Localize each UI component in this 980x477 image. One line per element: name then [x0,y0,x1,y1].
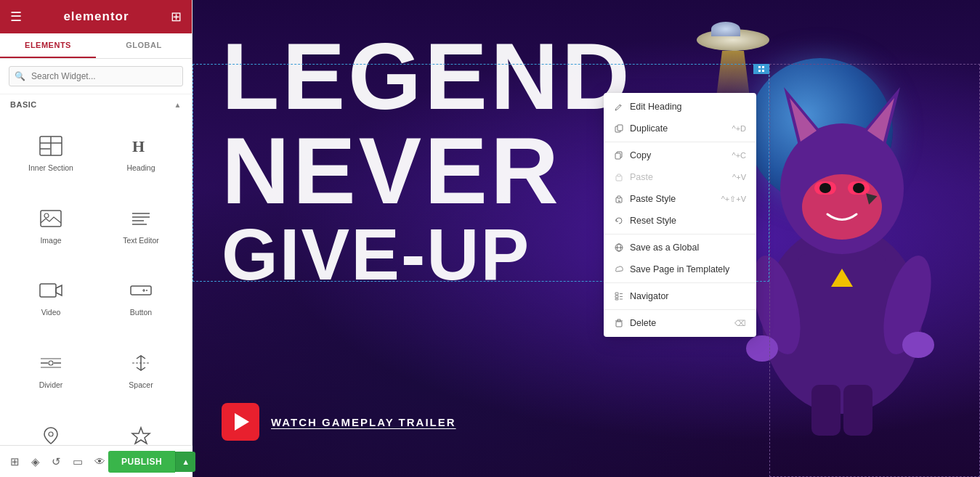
hero-line3: GIVE-UP [222,218,980,290]
hero-text: LEGEND NEVER GIVE-UP [193,29,980,290]
context-menu-paste-style[interactable]: Paste Style ^+⇧+V [604,188,756,210]
context-menu-navigator[interactable]: Navigator [604,285,756,307]
widget-text-editor-label: Text Editor [123,236,159,245]
context-divider-1 [604,142,756,142]
widget-image[interactable]: Image [6,187,96,260]
sidebar-tabs: ELEMENTS GLOBAL [0,33,192,59]
reset-icon [614,216,624,226]
history-icon[interactable]: ↺ [49,452,64,471]
preview-icon[interactable]: 👁 [92,452,108,470]
search-icon: 🔍 [15,71,25,81]
svg-point-38 [902,332,934,358]
context-menu-save-page[interactable]: Save Page in Templately [604,258,756,280]
globe-icon [614,242,624,253]
context-menu-edit-heading[interactable]: Edit Heading [604,96,756,118]
svg-rect-51 [617,174,620,176]
widget-divider-label: Divider [39,380,63,389]
button-icon [128,277,154,303]
context-menu: Edit Heading Duplicate ^+D Copy ^+C [604,93,756,337]
responsive-icon[interactable]: ▭ [70,452,86,471]
main-canvas[interactable]: LEGEND NEVER GIVE-UP WATCH GAMEPLAY TRAI… [193,0,980,477]
svg-rect-63 [616,322,622,327]
svg-point-13 [146,290,147,291]
widget-text-editor[interactable]: Text Editor [96,187,186,260]
paste-icon [614,172,624,182]
widget-divider[interactable]: Divider [6,332,96,404]
copy-icon [614,150,624,160]
inner-section-icon [38,133,64,159]
svg-text:H: H [132,137,145,155]
svg-rect-11 [40,284,56,297]
chevron-down-icon: ▲ [174,101,182,109]
text-editor-icon [128,205,154,232]
svg-rect-49 [615,153,620,159]
svg-rect-12 [131,286,151,295]
svg-rect-53 [617,196,620,198]
svg-point-21 [49,432,53,436]
section-label[interactable]: BASIC ▲ [0,94,192,115]
svg-point-6 [44,213,49,218]
svg-rect-39 [811,385,841,436]
context-menu-duplicate[interactable]: Duplicate ^+D [604,118,756,139]
widget-inner-section-label: Inner Section [28,163,73,172]
widget-spacer[interactable]: Spacer [96,332,186,404]
duplicate-icon [614,123,624,134]
cloud-icon [614,264,624,274]
svg-rect-5 [41,211,61,227]
hero-line1: LEGEND [222,29,980,123]
tab-global[interactable]: GLOBAL [96,33,192,58]
bottom-bar: ⊞ ◈ ↺ ▭ 👁 PUBLISH ▲ [0,445,193,477]
context-menu-copy[interactable]: Copy ^+C [604,144,756,166]
play-triangle-icon [235,413,249,431]
widgets-grid: Inner Section H Heading Image [0,115,192,477]
context-menu-paste: Paste ^+V [604,166,756,188]
search-input[interactable] [9,66,183,86]
svg-point-16 [49,361,53,365]
widget-inner-section[interactable]: Inner Section [6,115,96,187]
publish-arrow-button[interactable]: ▲ [175,452,195,472]
trailer-text[interactable]: WATCH GAMEPLAY TRAILER [271,416,456,428]
navigator-icon [614,291,624,301]
publish-button[interactable]: PUBLISH [108,451,175,473]
widget-heading-label: Heading [126,163,155,172]
tab-elements[interactable]: ELEMENTS [0,33,96,58]
hamburger-icon[interactable]: ☰ [10,9,22,25]
publish-btn-wrap: PUBLISH ▲ [108,451,195,473]
grid-icon[interactable]: ⊞ [171,9,182,25]
context-menu-reset-style[interactable]: Reset Style [604,210,756,232]
svg-rect-47 [617,125,623,131]
pencil-icon [614,102,624,112]
context-menu-delete[interactable]: Delete ⌫ [604,312,756,334]
widget-video[interactable]: Video [6,260,96,333]
paste-style-icon [614,194,624,204]
context-divider-3 [604,282,756,283]
trash-icon [614,318,624,328]
widget-video-label: Video [41,308,61,317]
layers-icon[interactable]: ⊞ [7,452,23,471]
spacer-icon [128,350,154,376]
bottom-icons: ⊞ ◈ ↺ ▭ 👁 [7,452,108,471]
context-menu-save-global[interactable]: Save as a Global [604,237,756,258]
svg-point-37 [746,335,778,362]
image-icon [38,205,64,232]
video-icon [38,277,64,303]
svg-rect-59 [615,298,618,300]
play-button[interactable] [222,403,259,441]
widget-button[interactable]: Button [96,260,186,333]
sidebar: ☰ elementor ⊞ ELEMENTS GLOBAL 🔍 BASIC ▲ [0,0,193,477]
divider-icon [38,350,64,376]
widget-image-label: Image [40,236,61,245]
widget-spacer-label: Spacer [129,380,153,389]
trailer-row: WATCH GAMEPLAY TRAILER [222,403,456,441]
theme-icon[interactable]: ◈ [28,452,43,471]
elementor-logo: elementor [63,9,129,24]
svg-rect-40 [843,385,872,436]
svg-rect-58 [615,295,618,298]
widget-button-label: Button [130,308,152,317]
heading-icon: H [128,133,154,159]
svg-rect-57 [615,293,618,295]
search-bar: 🔍 [0,59,192,94]
context-divider-4 [604,309,756,310]
widget-heading[interactable]: H Heading [96,115,186,187]
context-divider-2 [604,234,756,235]
